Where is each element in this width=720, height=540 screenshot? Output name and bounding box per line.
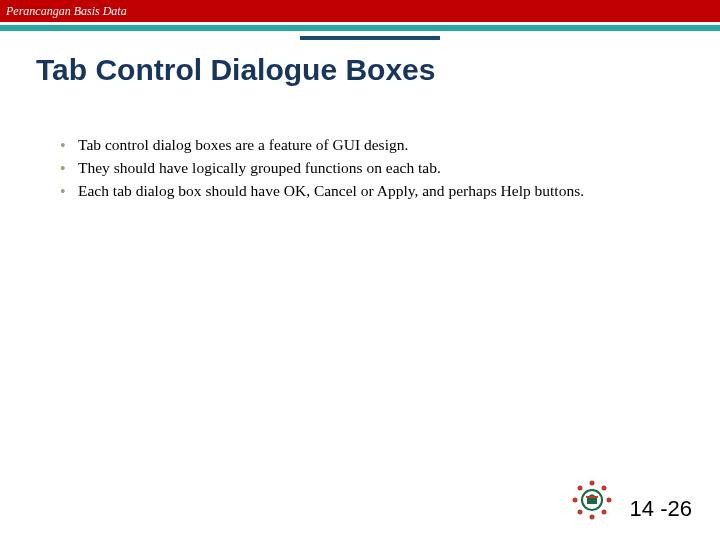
slide-title: Tab Control Dialogue Boxes xyxy=(36,53,720,87)
svg-rect-9 xyxy=(586,496,598,498)
list-item: Each tab dialog box should have OK, Canc… xyxy=(56,181,678,202)
svg-point-0 xyxy=(590,481,595,486)
svg-point-6 xyxy=(573,498,578,503)
header-teal-bar xyxy=(0,25,720,31)
page-number: 14 -26 xyxy=(630,496,692,522)
svg-point-4 xyxy=(590,515,595,520)
course-title: Perancangan Basis Data xyxy=(6,4,127,19)
bullet-list: Tab control dialog boxes are a feature o… xyxy=(56,135,678,202)
list-item: They should have logically grouped funct… xyxy=(56,158,678,179)
university-logo xyxy=(566,474,618,526)
svg-point-1 xyxy=(602,486,607,491)
svg-point-7 xyxy=(578,486,583,491)
header-red-bar: Perancangan Basis Data xyxy=(0,0,720,22)
svg-point-2 xyxy=(607,498,612,503)
list-item: Tab control dialog boxes are a feature o… xyxy=(56,135,678,156)
svg-point-3 xyxy=(602,510,607,515)
svg-point-5 xyxy=(578,510,583,515)
header-accent-line xyxy=(300,36,440,40)
slide-content: Tab control dialog boxes are a feature o… xyxy=(56,135,678,202)
